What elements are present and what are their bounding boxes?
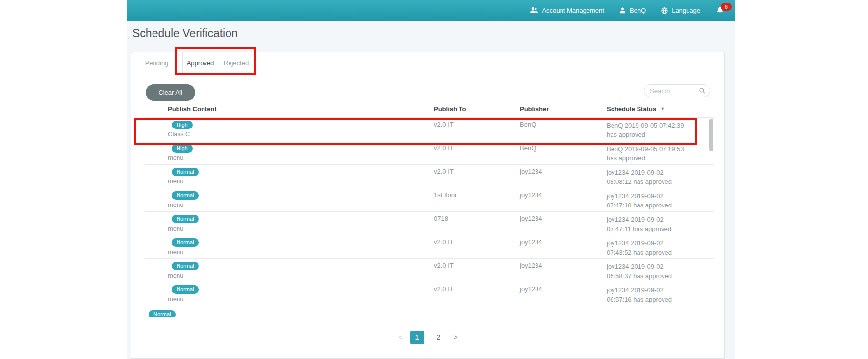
- nav-language[interactable]: Language: [661, 7, 700, 15]
- next-page-button[interactable]: >: [454, 333, 458, 341]
- content-name: menu: [168, 201, 434, 208]
- column-header-publisher: Publisher: [520, 103, 607, 117]
- priority-badge: Normal: [172, 215, 199, 223]
- status-line-2: 07:47:18 has approved: [607, 201, 695, 210]
- publish-content-cell: Normal menu: [145, 165, 434, 188]
- status-line-2: 06:58:37 has approved: [607, 271, 695, 281]
- schedule-status-cell: BenQ 2019-09-05 07:42:39 has approved: [607, 118, 714, 141]
- publish-to-cell: v2.0 IT: [434, 282, 520, 306]
- status-line-1: joy1234 2019-09-02: [607, 262, 695, 271]
- publish-content-cell: High Class C: [145, 118, 434, 141]
- schedule-status-cell: joy1234 2019-09-02 07:43:52 has approved: [607, 235, 714, 258]
- status-line-1: BenQ 2019-09-05 07:19:53: [607, 144, 695, 154]
- content-name: menu: [168, 248, 434, 256]
- table-row[interactable]: High menu v2.0 IT BenQ BenQ 2019-09-05 0…: [145, 141, 714, 165]
- globe-icon: [661, 7, 668, 15]
- table-row[interactable]: Normal menu v2.0 IT joy1234 joy1234 2019…: [145, 235, 714, 259]
- status-line-2: 07:43:52 has approved: [607, 248, 695, 257]
- status-line-1: joy1234 2019-09-02: [607, 215, 695, 224]
- table-row-partial[interactable]: Normal: [145, 306, 714, 317]
- content-name: Class C: [168, 130, 434, 138]
- publish-content-cell: High menu: [145, 141, 434, 164]
- priority-badge: High: [172, 121, 193, 129]
- publish-to-cell: 1st floor: [434, 188, 520, 211]
- tab-pending[interactable]: Pending: [131, 52, 183, 74]
- publish-content-cell: Normal menu: [145, 282, 434, 306]
- publisher-cell: BenQ: [520, 118, 607, 141]
- schedule-status-cell: joy1234 2019-09-02 07:47:18 has approved: [607, 188, 714, 211]
- publisher-cell: joy1234: [520, 212, 607, 235]
- status-line-1: BenQ 2019-09-05 07:42:39: [607, 121, 695, 130]
- publish-content-cell: Normal menu: [145, 188, 434, 211]
- table-row[interactable]: High Class C v2.0 IT BenQ BenQ 2019-09-0…: [145, 118, 714, 141]
- status-line-2: 07:47:11 has approved: [607, 224, 695, 233]
- publisher-cell: joy1234: [520, 165, 607, 188]
- person-icon: [619, 7, 626, 14]
- publish-content-cell: Normal menu: [145, 212, 434, 235]
- search-box: [644, 84, 710, 97]
- nav-user[interactable]: BenQ: [619, 7, 646, 14]
- content-name: menu: [168, 178, 434, 185]
- notification-badge: 6: [721, 3, 732, 11]
- schedule-status-cell: joy1234 2019-09-02 06:57:16 has approved: [607, 282, 714, 306]
- priority-badge: Normal: [172, 238, 199, 247]
- priority-badge: Normal: [172, 285, 199, 294]
- page-title: Schedule Verification: [132, 27, 238, 40]
- sort-caret-icon[interactable]: ▼: [660, 106, 664, 111]
- priority-badge: Normal: [172, 262, 199, 270]
- status-line-1: joy1234 2019-09-02: [607, 238, 695, 248]
- content-name: menu: [168, 295, 434, 303]
- table-row[interactable]: Normal menu 1st floor joy1234 joy1234 20…: [145, 188, 714, 212]
- screenshot-stage: Account Management BenQ Language 6 Sched…: [0, 0, 868, 359]
- publish-to-cell: v2.0 IT: [434, 141, 520, 164]
- publish-to-cell: 0718: [434, 212, 520, 235]
- nav-language-label: Language: [672, 7, 700, 14]
- schedule-status-cell: joy1234 2019-09-02 06:58:37 has approved: [607, 259, 714, 282]
- content-name: menu: [168, 225, 434, 232]
- table-row[interactable]: Normal menu v2.0 IT joy1234 joy1234 2019…: [145, 282, 714, 306]
- publish-to-cell: v2.0 IT: [434, 235, 520, 258]
- status-line-2: has approved: [607, 130, 695, 139]
- publisher-cell: joy1234: [520, 188, 607, 211]
- priority-badge: High: [172, 144, 193, 153]
- publish-content-cell: Normal menu: [145, 259, 434, 282]
- priority-badge: Normal: [172, 168, 199, 176]
- prev-page-button[interactable]: <: [398, 333, 402, 341]
- top-navbar: Account Management BenQ Language 6: [127, 0, 735, 21]
- nav-account-management-label: Account Management: [542, 7, 604, 14]
- table-row[interactable]: Normal menu v2.0 IT joy1234 joy1234 2019…: [145, 165, 714, 188]
- nav-user-label: BenQ: [630, 7, 646, 14]
- column-header-schedule-status[interactable]: Schedule Status▼: [607, 103, 714, 117]
- publish-to-cell: v2.0 IT: [434, 118, 520, 141]
- status-line-1: joy1234 2019-09-02: [607, 285, 695, 295]
- publisher-cell: BenQ: [520, 141, 607, 164]
- column-header-publish-content: Publish Content: [145, 103, 434, 117]
- table-header: Publish Content Publish To Publisher Sch…: [145, 103, 714, 118]
- tab-approved[interactable]: Approved: [183, 52, 218, 75]
- status-line-2: 08:08:12 has approved: [607, 177, 695, 186]
- nav-notifications[interactable]: 6: [716, 6, 724, 15]
- table-row[interactable]: Normal menu v2.0 IT joy1234 joy1234 2019…: [145, 259, 714, 282]
- publish-content-cell: Normal menu: [145, 235, 434, 258]
- status-line-1: joy1234 2019-09-02: [607, 191, 695, 201]
- priority-badge: Normal: [172, 191, 199, 200]
- nav-account-management[interactable]: Account Management: [530, 7, 604, 14]
- page-button-1[interactable]: 1: [410, 331, 424, 344]
- publish-to-cell: v2.0 IT: [434, 165, 520, 188]
- publisher-cell: joy1234: [520, 259, 607, 282]
- pagination: < 1 2 >: [131, 330, 725, 345]
- page-button-2[interactable]: 2: [432, 331, 446, 344]
- status-line-2: 06:57:16 has approved: [607, 295, 695, 304]
- publish-to-cell: v2.0 IT: [434, 259, 520, 282]
- tab-bar: Pending Approved Rejected: [131, 52, 725, 74]
- publisher-cell: joy1234: [520, 282, 607, 306]
- people-icon: [530, 7, 538, 14]
- table-body: High Class C v2.0 IT BenQ BenQ 2019-09-0…: [145, 118, 714, 317]
- scrollbar-thumb[interactable]: [709, 119, 713, 151]
- schedule-status-cell: BenQ 2019-09-05 07:19:53 has approved: [607, 141, 714, 164]
- publisher-cell: joy1234: [520, 235, 607, 258]
- table-row[interactable]: Normal menu 0718 joy1234 joy1234 2019-09…: [145, 212, 714, 235]
- clear-all-button[interactable]: Clear All: [146, 84, 195, 101]
- tab-rejected[interactable]: Rejected: [218, 52, 255, 74]
- schedule-status-cell: joy1234 2019-09-02 07:47:11 has approved: [607, 212, 714, 235]
